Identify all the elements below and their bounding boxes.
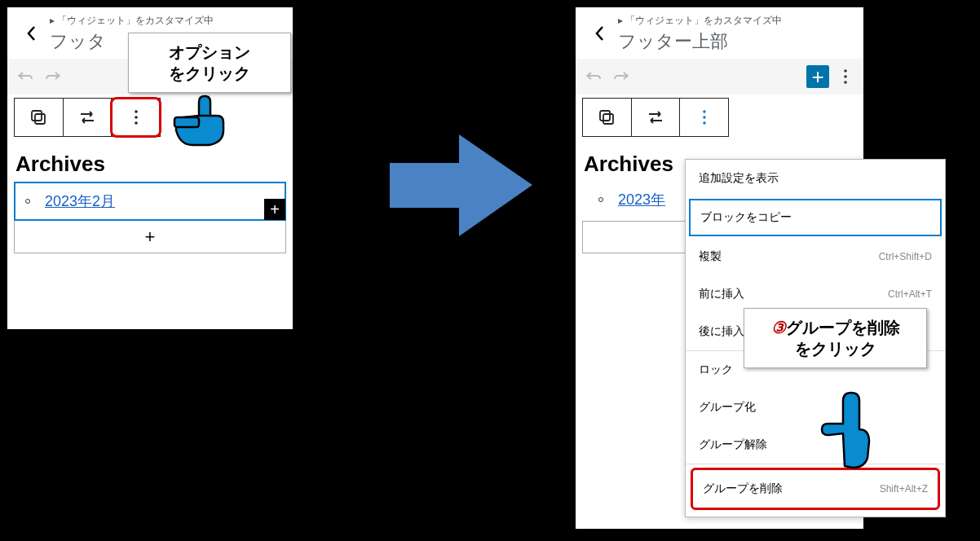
transform-icon[interactable]: [64, 99, 113, 136]
svg-rect-3: [32, 111, 42, 121]
editor-toolbar: +: [576, 59, 863, 95]
add-block-row[interactable]: +: [14, 221, 286, 253]
svg-point-14: [703, 110, 706, 113]
group-block-icon[interactable]: [15, 99, 64, 136]
svg-point-5: [135, 110, 138, 113]
menu-copy-block[interactable]: ブロックをコピー: [689, 199, 942, 236]
svg-point-7: [135, 121, 138, 125]
block-options-button[interactable]: [680, 99, 728, 136]
pointing-hand-icon: [804, 385, 885, 474]
transform-icon[interactable]: [632, 99, 681, 136]
svg-point-15: [703, 116, 706, 119]
block-options-button[interactable]: [112, 99, 160, 136]
back-button[interactable]: [14, 15, 50, 51]
archives-block[interactable]: 2023年2月 +: [14, 182, 286, 221]
menu-duplicate[interactable]: 複製Ctrl+Shift+D: [686, 238, 945, 275]
inline-add-button[interactable]: +: [264, 199, 285, 220]
bullet-icon: [598, 197, 603, 202]
svg-rect-8: [174, 117, 199, 127]
redo-button[interactable]: [42, 65, 64, 88]
undo-button[interactable]: [582, 65, 605, 88]
svg-rect-4: [35, 114, 45, 124]
archives-heading: Archives: [7, 143, 293, 182]
archive-link[interactable]: 2023年: [618, 190, 665, 209]
bullet-icon: [25, 199, 30, 204]
block-toolbar: [582, 98, 729, 137]
svg-point-16: [703, 121, 706, 125]
breadcrumb: 「ウィジェット」をカスタマイズ中: [50, 12, 286, 29]
svg-point-9: [844, 69, 847, 73]
pointing-hand-icon: [160, 81, 241, 155]
customizer-header: 「ウィジェット」をカスタマイズ中 フッター上部: [576, 7, 863, 59]
arrow-icon: [382, 126, 541, 248]
redo-button[interactable]: [610, 65, 633, 88]
add-block-button[interactable]: +: [806, 65, 829, 88]
breadcrumb: 「ウィジェット」をカスタマイズ中: [618, 12, 857, 29]
menu-show-more-settings[interactable]: 追加設定を表示: [686, 160, 945, 197]
widget-content: Archives 2023年2月 + +: [7, 137, 293, 253]
svg-rect-13: [603, 114, 613, 124]
svg-point-6: [135, 116, 138, 119]
page-title: フッター上部: [618, 29, 857, 54]
svg-point-11: [844, 81, 847, 84]
group-block-icon[interactable]: [583, 99, 632, 136]
svg-rect-12: [600, 111, 610, 121]
archive-link[interactable]: 2023年2月: [45, 191, 115, 211]
back-button[interactable]: [582, 15, 618, 51]
header-text: 「ウィジェット」をカスタマイズ中 フッター上部: [618, 12, 857, 54]
block-toolbar: [14, 98, 161, 137]
callout-click-delete: ③グループを削除をクリック: [744, 308, 927, 368]
svg-point-10: [844, 75, 847, 78]
options-button[interactable]: [834, 65, 857, 88]
undo-button[interactable]: [14, 65, 37, 88]
